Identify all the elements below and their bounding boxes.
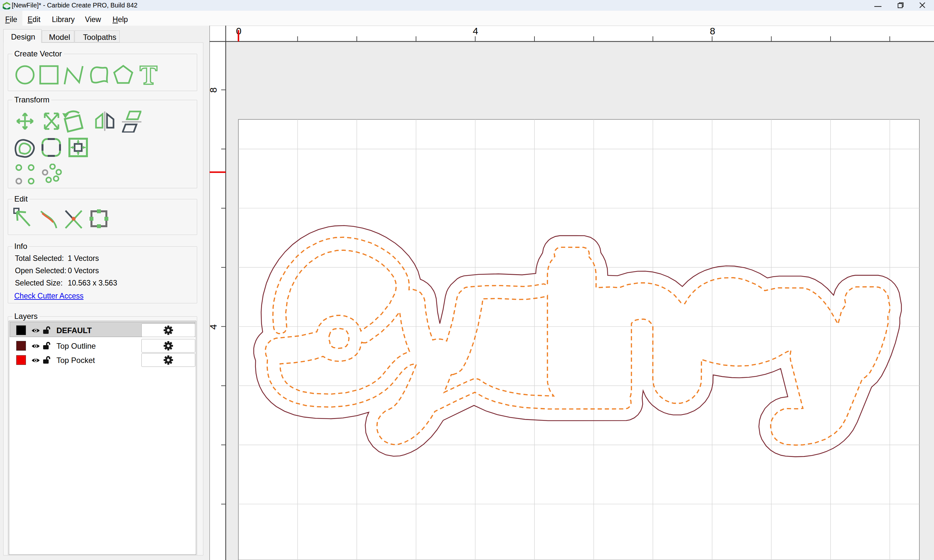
- svg-text:8: 8: [710, 26, 715, 36]
- svg-text:4: 4: [473, 26, 478, 36]
